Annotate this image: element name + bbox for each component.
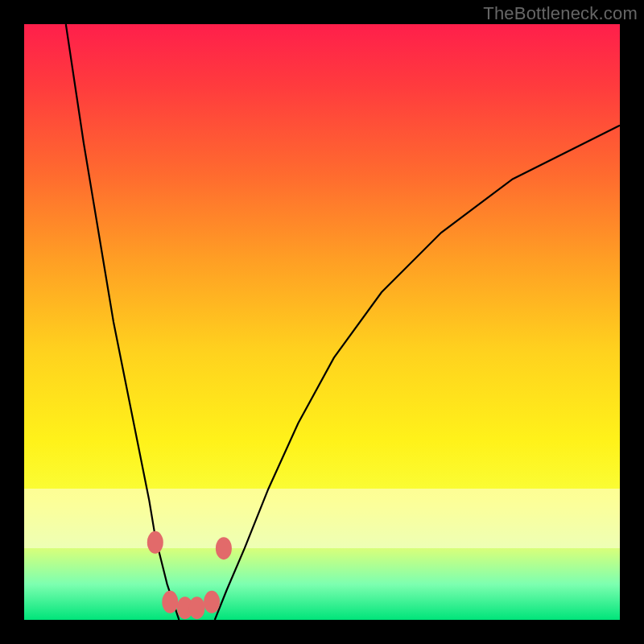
chart-frame: TheBottleneck.com bbox=[0, 0, 644, 644]
watermark-text: TheBottleneck.com bbox=[483, 3, 638, 24]
curve-left-arm bbox=[66, 24, 180, 620]
curve-marker-3 bbox=[189, 597, 205, 619]
pale-highlight-band bbox=[24, 489, 620, 548]
curve-marker-0 bbox=[147, 531, 163, 554]
curve-marker-2 bbox=[177, 597, 193, 619]
curve-marker-5 bbox=[216, 537, 232, 559]
curve-marker-1 bbox=[162, 591, 178, 613]
curve-layer bbox=[24, 24, 620, 620]
plot-area bbox=[24, 24, 620, 620]
curve-right-arm bbox=[215, 126, 620, 620]
marker-group bbox=[147, 531, 232, 619]
curve-marker-4 bbox=[204, 591, 220, 613]
